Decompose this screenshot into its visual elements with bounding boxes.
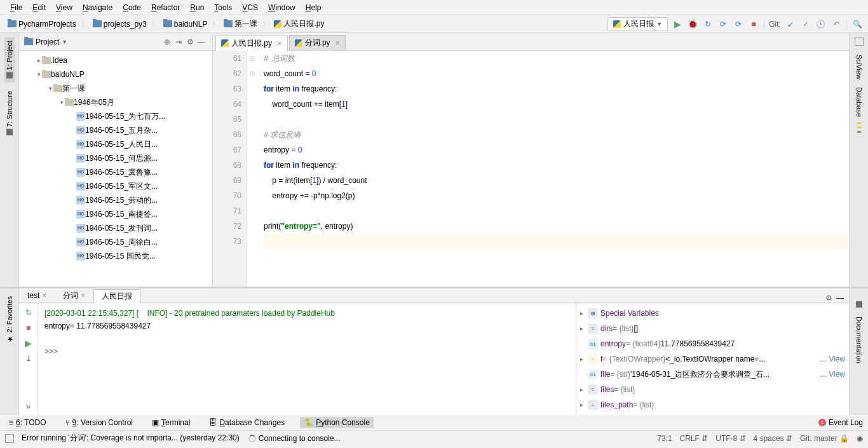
profile-button[interactable]: ⟳ bbox=[717, 18, 729, 30]
vcs-update-button[interactable]: ↙ bbox=[785, 18, 796, 30]
variable-row[interactable]: 01file = {str} '1946-05-31_边区救济分会要求调查_石.… bbox=[576, 367, 849, 382]
rerun-button[interactable]: ↻ bbox=[23, 307, 34, 318]
breadcrumb-item[interactable]: 人民日报.py bbox=[271, 17, 327, 31]
editor-tab[interactable]: 分词.py× bbox=[289, 35, 346, 50]
download-button[interactable]: ⤓ bbox=[23, 353, 34, 364]
menu-view[interactable]: View bbox=[51, 3, 78, 12]
tree-item[interactable]: MD 1946-05-15_何思源... bbox=[19, 151, 212, 165]
breadcrumb-item[interactable]: projects_py3 bbox=[90, 18, 149, 30]
tool-window-databasechanges[interactable]: 🗄Database Changes bbox=[205, 417, 288, 428]
expand-arrow[interactable]: ▾ bbox=[58, 99, 65, 105]
variable-row[interactable]: ▸≡f = {TextIOWrapper} <_io.TextIOWrapper… bbox=[576, 351, 849, 367]
menu-help[interactable]: Help bbox=[301, 3, 327, 12]
debug-button[interactable]: 🐞 bbox=[687, 18, 698, 30]
search-everywhere-button[interactable]: 🔍 bbox=[851, 18, 863, 30]
caret-position[interactable]: 73:1 bbox=[657, 434, 672, 443]
tool-tab-database[interactable]: Database bbox=[854, 83, 864, 121]
tree-item[interactable]: MD 1946-05-15_为七百万... bbox=[19, 109, 212, 123]
memory-indicator[interactable]: ◉ bbox=[857, 434, 863, 443]
tree-item[interactable]: MD 1946-05-15_人民日... bbox=[19, 137, 212, 151]
console-output[interactable]: [2020-03-01 22:15:45,327] [ INFO] - 20 p… bbox=[38, 303, 576, 415]
tool-tab-favorites[interactable]: ★ 2: Favorites bbox=[4, 292, 15, 347]
warning-marker[interactable] bbox=[857, 122, 861, 124]
settings-icon[interactable]: ⚙ bbox=[825, 294, 832, 302]
tool-window-terminal[interactable]: ▣Terminal bbox=[148, 417, 194, 428]
tool-tab-documentation[interactable]: Documentation bbox=[854, 313, 864, 367]
variable-row[interactable]: 01entropy = {float64} 11.778569558439427 bbox=[576, 336, 849, 351]
menu-code[interactable]: Code bbox=[118, 3, 146, 12]
fold-icon[interactable]: ⊖ bbox=[247, 51, 257, 66]
breadcrumb-item[interactable]: baiduNLP bbox=[161, 18, 210, 30]
collapse-icon[interactable] bbox=[856, 301, 862, 308]
close-icon[interactable]: × bbox=[81, 291, 85, 300]
git-branch[interactable]: Git: master 🔒 bbox=[800, 434, 849, 443]
menu-tools[interactable]: Tools bbox=[209, 3, 237, 12]
menu-run[interactable]: Run bbox=[185, 3, 209, 12]
run-button[interactable]: ▶ bbox=[672, 18, 683, 30]
chevron-down-icon[interactable]: ▼ bbox=[62, 39, 67, 45]
prompt[interactable]: >>> bbox=[44, 345, 569, 358]
stop-button[interactable]: ■ bbox=[23, 322, 34, 334]
hide-button[interactable]: — bbox=[196, 36, 207, 48]
hide-button[interactable]: — bbox=[836, 294, 844, 302]
tree-item[interactable]: MD 1946-05-15 国民党... bbox=[19, 249, 212, 263]
tool-window-toggle[interactable] bbox=[5, 434, 14, 443]
console-tab[interactable]: 人民日报 bbox=[93, 289, 140, 303]
event-log-button[interactable]: Event Log bbox=[829, 418, 863, 427]
tree-item[interactable]: MD 1946-05-15_发刊词... bbox=[19, 221, 212, 235]
tree-item[interactable]: MD 1946-05-15_劳动的... bbox=[19, 193, 212, 207]
menu-navigate[interactable]: Navigate bbox=[78, 3, 118, 12]
expand-arrow[interactable]: ▸ bbox=[580, 325, 588, 332]
menu-refactor[interactable]: Refactor bbox=[146, 3, 185, 12]
tree-item[interactable]: ▾ 1946年05月 bbox=[19, 95, 212, 109]
scroll-from-source-button[interactable]: ⊕ bbox=[161, 36, 173, 48]
menu-window[interactable]: Window bbox=[263, 3, 301, 12]
tree-item[interactable]: ▸ .idea bbox=[19, 53, 212, 67]
console-tab[interactable]: test × bbox=[19, 288, 55, 302]
encoding[interactable]: UTF-8 ⇵ bbox=[715, 434, 745, 443]
more-button[interactable]: » bbox=[26, 402, 31, 411]
view-link[interactable]: ... View bbox=[820, 370, 845, 379]
tree-item[interactable]: ▾ 第一课 bbox=[19, 81, 212, 95]
run-config-selector[interactable]: 人民日报 ▼ bbox=[607, 17, 668, 31]
fold-icon[interactable]: ⊖ bbox=[247, 66, 257, 81]
menu-edit[interactable]: Edit bbox=[27, 3, 51, 12]
tree-item[interactable]: MD 1946-05-15_南捷签... bbox=[19, 207, 212, 221]
expand-arrow[interactable]: ▾ bbox=[36, 71, 42, 78]
tool-tab-sciview[interactable]: SciView bbox=[854, 51, 864, 83]
expand-arrow[interactable]: ▸ bbox=[580, 356, 588, 362]
indent[interactable]: 4 spaces ⇵ bbox=[754, 434, 792, 443]
variable-row[interactable]: ▸≡files_path = {list} bbox=[576, 397, 849, 412]
variable-row[interactable]: ▸≡dirs = {list} [] bbox=[576, 321, 849, 336]
editor-tab[interactable]: 人民日报.py× bbox=[215, 36, 288, 51]
collapse-all-button[interactable]: ⇥ bbox=[173, 36, 184, 48]
tool-tab-structure[interactable]: 7: Structure bbox=[4, 87, 15, 139]
breadcrumb-item[interactable]: PycharmProjects bbox=[5, 18, 79, 30]
expand-arrow[interactable]: ▸ bbox=[36, 57, 42, 64]
tree-item[interactable]: MD 1946-05-15_军区文... bbox=[19, 179, 212, 193]
close-icon[interactable]: × bbox=[277, 39, 282, 48]
close-icon[interactable]: × bbox=[336, 38, 341, 48]
menu-vcs[interactable]: VCS bbox=[237, 3, 263, 12]
menu-file[interactable]: File bbox=[5, 3, 27, 12]
tree-item[interactable]: MD 1946-05-15_周徐白... bbox=[19, 235, 212, 249]
stop-button[interactable]: ■ bbox=[748, 18, 759, 30]
warning-marker[interactable] bbox=[857, 131, 861, 133]
tool-tab-project[interactable]: 1: Project bbox=[4, 37, 15, 82]
code-content[interactable]: # 总词数word_count = 0for item in frequency… bbox=[257, 51, 849, 287]
tool-window-versioncontrol[interactable]: ⑂9: Version Control bbox=[62, 417, 137, 428]
coverage-button[interactable]: ↻ bbox=[702, 18, 714, 30]
settings-icon[interactable]: ⚙ bbox=[184, 36, 196, 48]
variable-row[interactable]: ▸⊞Special Variables bbox=[576, 306, 849, 321]
expand-arrow[interactable]: ▾ bbox=[47, 85, 53, 92]
close-icon[interactable]: × bbox=[42, 291, 46, 300]
vcs-revert-button[interactable]: ↶ bbox=[831, 18, 842, 30]
tree-item[interactable]: ▾ baiduNLP bbox=[19, 67, 212, 81]
tool-window-pythonconsole[interactable]: 🐍Python Console bbox=[300, 417, 374, 428]
concurrency-button[interactable]: ⟳ bbox=[733, 18, 744, 30]
breadcrumb-item[interactable]: 第一课 bbox=[221, 17, 260, 31]
expand-arrow[interactable]: ▸ bbox=[580, 310, 588, 316]
console-tab[interactable]: 分词 × bbox=[55, 288, 93, 302]
tree-item[interactable]: MD 1946-05-15_五月杂... bbox=[19, 123, 212, 137]
vcs-history-button[interactable]: 🕓 bbox=[815, 18, 827, 30]
